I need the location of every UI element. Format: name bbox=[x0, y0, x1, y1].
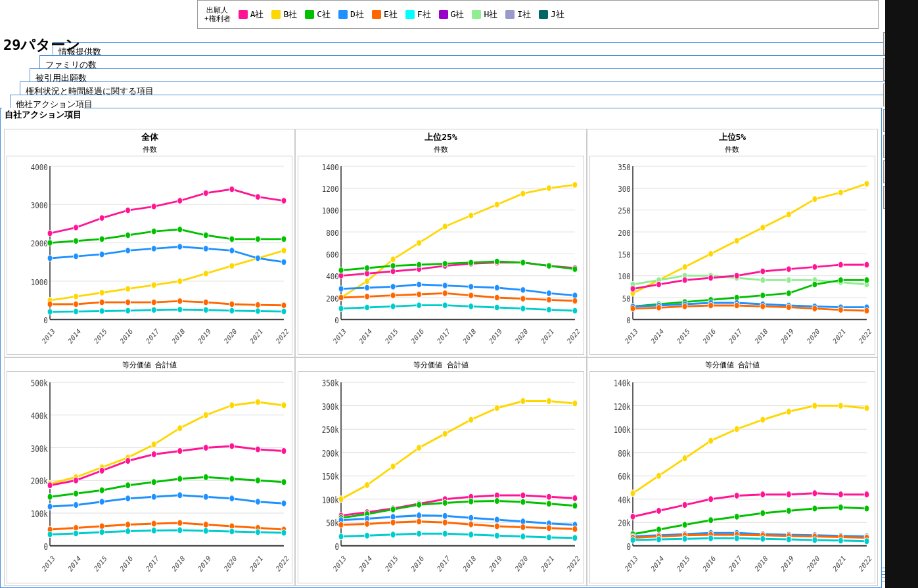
svg-point-255 bbox=[812, 305, 817, 311]
svg-point-59 bbox=[229, 248, 235, 254]
svg-point-167 bbox=[520, 305, 526, 311]
svg-point-481 bbox=[708, 517, 713, 524]
svg-point-132 bbox=[391, 263, 396, 269]
svg-text:40k: 40k bbox=[618, 494, 631, 505]
svg-text:120k: 120k bbox=[613, 401, 630, 412]
svg-text:2014: 2014 bbox=[649, 327, 664, 345]
svg-point-319 bbox=[229, 495, 235, 502]
svg-point-326 bbox=[151, 520, 156, 527]
svg-point-395 bbox=[469, 498, 474, 505]
svg-point-31 bbox=[281, 198, 287, 204]
svg-point-517 bbox=[864, 538, 869, 545]
svg-point-339 bbox=[229, 528, 235, 535]
svg-point-398 bbox=[547, 501, 552, 507]
svg-point-161 bbox=[365, 304, 370, 310]
svg-point-473 bbox=[760, 491, 766, 498]
svg-point-514 bbox=[786, 536, 791, 543]
svg-point-341 bbox=[281, 530, 287, 536]
legend-item-E社: E社 bbox=[372, 9, 398, 20]
svg-point-403 bbox=[417, 512, 422, 519]
panel-main: 全25評価項目 全体 件数 01000200030004000201320142… bbox=[0, 108, 882, 588]
legend-item-I社: I社 bbox=[505, 9, 531, 20]
svg-point-116 bbox=[495, 202, 500, 208]
svg-text:4000: 4000 bbox=[31, 162, 48, 172]
svg-point-57 bbox=[177, 244, 183, 250]
legend-title: 出願人 +権利者 bbox=[204, 6, 231, 23]
svg-point-248 bbox=[630, 305, 635, 311]
chart-top-left: 全体 件数 0100020003000400020132014201520162… bbox=[4, 129, 295, 357]
svg-text:2018: 2018 bbox=[753, 554, 769, 574]
svg-point-43 bbox=[74, 238, 79, 244]
svg-text:100k: 100k bbox=[322, 494, 339, 505]
svg-text:2017: 2017 bbox=[436, 554, 452, 574]
charts-container: 全体 件数 0100020003000400020132014201520162… bbox=[1, 129, 881, 588]
svg-text:3000: 3000 bbox=[31, 200, 48, 210]
svg-text:2021: 2021 bbox=[831, 554, 847, 574]
svg-point-476 bbox=[838, 491, 843, 498]
chart-bot-right: 等分価値 合計値 020k40k60k80k100k120k140k201320… bbox=[587, 357, 878, 586]
svg-point-30 bbox=[256, 194, 261, 200]
svg-point-46 bbox=[151, 228, 156, 234]
svg-text:250: 250 bbox=[618, 206, 631, 215]
svg-point-233 bbox=[760, 292, 766, 298]
svg-point-222 bbox=[734, 273, 739, 279]
svg-text:200: 200 bbox=[618, 228, 631, 238]
svg-point-475 bbox=[812, 490, 817, 497]
svg-point-223 bbox=[760, 268, 766, 274]
svg-point-55 bbox=[126, 248, 131, 254]
svg-point-78 bbox=[203, 307, 208, 313]
svg-point-77 bbox=[177, 306, 183, 312]
chart-top-right: 上位5% 件数 05010015020025030035020132014201… bbox=[587, 129, 878, 357]
page-container: 出願人 +権利者 A社B社C社D社E社F社G社H社I社J社 29パターン 情報提… bbox=[0, 0, 918, 588]
svg-point-53 bbox=[74, 253, 79, 259]
chart-area-bl: 0100k200k300k400k500k2013201420152016201… bbox=[7, 371, 292, 583]
svg-point-81 bbox=[281, 308, 287, 314]
svg-text:2021: 2021 bbox=[540, 554, 556, 574]
svg-point-218 bbox=[630, 286, 635, 292]
svg-point-250 bbox=[682, 304, 687, 309]
svg-point-458 bbox=[630, 490, 635, 497]
svg-text:2022: 2022 bbox=[857, 327, 872, 345]
svg-text:2022: 2022 bbox=[275, 327, 290, 345]
svg-point-35 bbox=[126, 286, 131, 292]
svg-point-115 bbox=[469, 212, 474, 218]
svg-point-141 bbox=[365, 284, 370, 290]
svg-point-464 bbox=[786, 408, 791, 415]
svg-point-419 bbox=[572, 526, 578, 532]
svg-text:2020: 2020 bbox=[514, 327, 529, 345]
svg-point-422 bbox=[391, 531, 396, 538]
svg-point-41 bbox=[281, 248, 287, 254]
svg-point-168 bbox=[547, 307, 552, 313]
svg-point-27 bbox=[177, 198, 183, 204]
svg-point-374 bbox=[443, 430, 448, 437]
svg-point-316 bbox=[151, 493, 156, 500]
svg-text:0: 0 bbox=[43, 541, 48, 552]
svg-point-314 bbox=[99, 499, 104, 505]
svg-point-462 bbox=[734, 426, 739, 432]
svg-point-146 bbox=[495, 284, 500, 290]
svg-point-428 bbox=[547, 534, 552, 541]
svg-point-310 bbox=[256, 477, 261, 484]
svg-point-117 bbox=[520, 191, 526, 196]
svg-point-396 bbox=[495, 498, 500, 505]
svg-text:500k: 500k bbox=[31, 378, 48, 389]
svg-point-23 bbox=[74, 225, 79, 231]
svg-text:2016: 2016 bbox=[410, 327, 425, 345]
svg-point-207 bbox=[864, 181, 869, 187]
svg-point-118 bbox=[547, 185, 552, 191]
svg-point-406 bbox=[495, 516, 500, 523]
svg-point-308 bbox=[203, 474, 208, 480]
svg-point-213 bbox=[760, 277, 766, 283]
chart-svg-br: 020k40k60k80k100k120k140k201320142015201… bbox=[590, 372, 875, 583]
svg-point-47 bbox=[177, 227, 183, 233]
chart-area-tm: 0200400600800100012001400201320142015201… bbox=[298, 156, 584, 355]
svg-point-320 bbox=[256, 499, 261, 505]
svg-point-136 bbox=[495, 258, 500, 264]
legend-items: A社B社C社D社E社F社G社H社I社J社 bbox=[239, 9, 564, 20]
svg-point-221 bbox=[708, 275, 713, 281]
svg-point-169 bbox=[572, 307, 578, 313]
svg-point-137 bbox=[520, 260, 526, 265]
svg-point-205 bbox=[812, 196, 817, 202]
svg-text:150: 150 bbox=[618, 250, 631, 260]
svg-point-111 bbox=[365, 278, 370, 284]
